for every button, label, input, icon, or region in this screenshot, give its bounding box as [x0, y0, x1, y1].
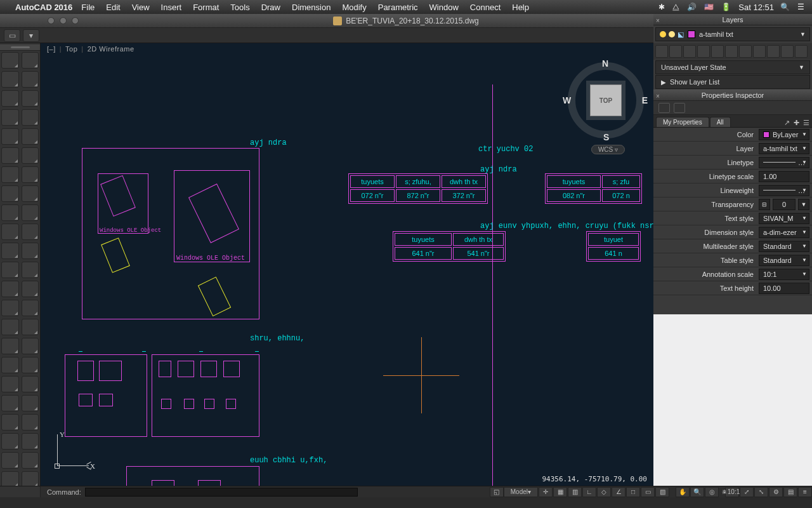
- clock[interactable]: Sat 12:51: [738, 3, 774, 12]
- tool-button[interactable]: [22, 414, 39, 431]
- wcs-dropdown[interactable]: WCS ▿: [591, 145, 625, 154]
- current-layer-dropdown[interactable]: ⬕ a-tamhil txt ▼: [655, 27, 810, 41]
- tool-button[interactable]: [1, 376, 19, 392]
- tool-button[interactable]: [22, 357, 39, 373]
- prop-linetype[interactable]: Linetype…▼: [653, 156, 812, 170]
- menu-format[interactable]: Format: [193, 3, 219, 12]
- tool-button[interactable]: [1, 395, 19, 411]
- status-button[interactable]: □: [626, 487, 640, 497]
- prop-text-height[interactable]: Text height10.00: [653, 281, 812, 295]
- palette-grip[interactable]: [0, 44, 40, 51]
- menu-tools[interactable]: Tools: [230, 3, 249, 12]
- tab-all[interactable]: All: [710, 117, 731, 127]
- layer-tool-button[interactable]: [753, 45, 766, 58]
- tool-button[interactable]: [1, 300, 19, 316]
- prop-dim-style[interactable]: Dimension stylea-dim-ezer▼: [653, 225, 812, 239]
- tool-button[interactable]: [1, 414, 19, 431]
- layer-tool-button[interactable]: [795, 45, 808, 58]
- battery-icon[interactable]: 🔋: [721, 3, 731, 11]
- tool-button[interactable]: [1, 90, 19, 107]
- tool-button[interactable]: [22, 166, 39, 183]
- tool-button[interactable]: [22, 452, 39, 469]
- spotlight-icon[interactable]: 🔍: [780, 3, 790, 11]
- tool-button[interactable]: [1, 338, 19, 354]
- status-button[interactable]: ◱: [490, 487, 504, 497]
- status-button[interactable]: ∟: [582, 487, 596, 497]
- tool-button[interactable]: [1, 204, 19, 221]
- tool-button[interactable]: [1, 147, 19, 164]
- tool-button[interactable]: [22, 262, 39, 278]
- model-tab[interactable]: Model ▾: [504, 487, 538, 497]
- menu-view[interactable]: View: [132, 3, 150, 12]
- tool-button[interactable]: [22, 243, 39, 259]
- status-button[interactable]: ◇: [597, 487, 611, 497]
- props-list-icon[interactable]: ☰: [803, 119, 809, 127]
- orbit-button[interactable]: ◎: [705, 487, 719, 497]
- tool-button[interactable]: [1, 262, 19, 278]
- tab-my-properties[interactable]: My Properties: [656, 117, 709, 127]
- view-cube[interactable]: TOP N S E W: [568, 62, 644, 138]
- layer-tool-button[interactable]: [669, 45, 682, 58]
- layer-tool-button[interactable]: [655, 45, 668, 58]
- status-button[interactable]: ⚙: [769, 487, 783, 497]
- tool-button[interactable]: [22, 376, 39, 392]
- tool-button[interactable]: [1, 224, 19, 240]
- show-layer-list[interactable]: ▶Show Layer List: [655, 75, 810, 89]
- prop-table-style[interactable]: Table styleStandard▼: [653, 253, 812, 267]
- status-button[interactable]: ▥: [568, 487, 582, 497]
- props-icon[interactable]: [674, 103, 685, 113]
- tool-button[interactable]: [22, 128, 39, 145]
- bluetooth-icon[interactable]: ✱: [658, 3, 665, 11]
- status-button[interactable]: ▦: [553, 487, 567, 497]
- tool-button[interactable]: [1, 319, 19, 335]
- zoom-button[interactable]: 🔍: [690, 487, 704, 497]
- tool-button[interactable]: [1, 166, 19, 183]
- status-button[interactable]: ✛: [539, 487, 553, 497]
- layers-panel-title[interactable]: ×Layers: [653, 14, 812, 25]
- menulist-icon[interactable]: ☰: [797, 3, 804, 11]
- prop-transparency[interactable]: Transparency⊟0▼: [653, 197, 812, 211]
- layer-tool-button[interactable]: [767, 45, 780, 58]
- tool-button[interactable]: [22, 90, 39, 107]
- menu-dimension[interactable]: Dimension: [292, 3, 331, 12]
- tool-button[interactable]: [22, 300, 39, 316]
- props-plus-icon[interactable]: ✚: [794, 119, 799, 127]
- command-input[interactable]: [85, 488, 358, 497]
- layer-tool-button[interactable]: [711, 45, 724, 58]
- tool-button[interactable]: [22, 281, 39, 297]
- tool-button[interactable]: [22, 71, 39, 88]
- menu-connect[interactable]: Connect: [470, 3, 501, 12]
- prop-lineweight[interactable]: Lineweight…▼: [653, 184, 812, 197]
- menu-modify[interactable]: Modify: [342, 3, 366, 12]
- tool-button[interactable]: [22, 185, 39, 202]
- tool-button[interactable]: [1, 357, 19, 373]
- menu-draw[interactable]: Draw: [261, 3, 280, 12]
- tool-button[interactable]: [22, 224, 39, 240]
- tool-button[interactable]: [1, 243, 19, 259]
- menu-parametric[interactable]: Parametric: [378, 3, 418, 12]
- props-config-icon[interactable]: ↗: [784, 119, 790, 127]
- view-controls[interactable]: [–]|Top|2D Wireframe: [47, 45, 134, 53]
- annoscale-button[interactable]: ⛯ 10:1 ▾: [725, 487, 739, 497]
- tool-button[interactable]: [22, 147, 39, 164]
- tool-button[interactable]: [1, 109, 19, 126]
- tool-button[interactable]: [22, 338, 39, 354]
- layer-tool-button[interactable]: [739, 45, 752, 58]
- tool-button[interactable]: [1, 452, 19, 469]
- tool-button[interactable]: [22, 52, 39, 69]
- tool-button[interactable]: [22, 204, 39, 221]
- layer-state-dropdown[interactable]: Unsaved Layer State▼: [655, 60, 810, 74]
- status-button[interactable]: ⤡: [754, 487, 768, 497]
- tool-button[interactable]: [1, 52, 19, 69]
- drawing-canvas[interactable]: [–]|Top|2D Wireframe ayj ndra Windows OL…: [41, 43, 653, 486]
- ucs-icon[interactable]: X Y: [53, 432, 91, 470]
- wifi-icon[interactable]: ⧋: [672, 3, 679, 11]
- window-controls[interactable]: [48, 17, 79, 24]
- tool-button[interactable]: [22, 433, 39, 450]
- layer-tool-button[interactable]: [781, 45, 794, 58]
- prop-text-style[interactable]: Text styleSIVAN_M▼: [653, 211, 812, 225]
- qat-button[interactable]: ▭: [4, 29, 20, 42]
- prop-layer[interactable]: Layera-tamhil txt▼: [653, 142, 812, 156]
- prop-color[interactable]: ColorByLayer▼: [653, 128, 812, 142]
- tool-button[interactable]: [22, 395, 39, 411]
